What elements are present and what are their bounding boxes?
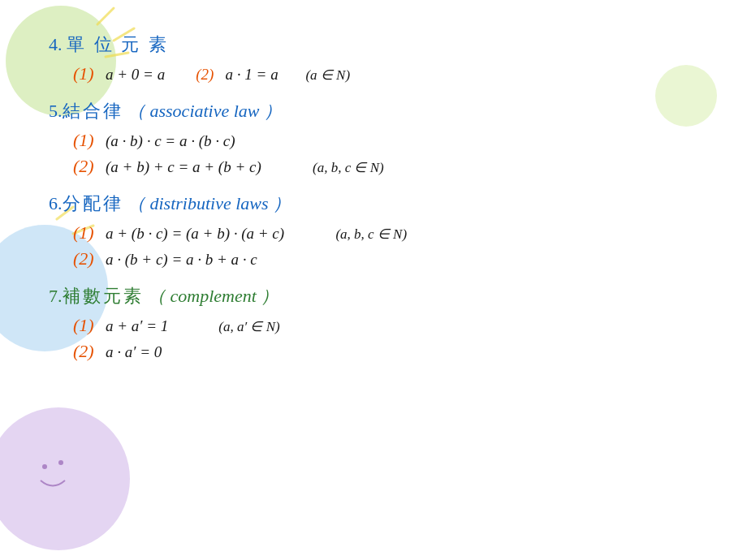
section-6-chinese: 分配律 bbox=[63, 193, 123, 213]
section-5-chinese: 結合律 bbox=[63, 101, 123, 121]
section-6-english: （ distributive laws ） bbox=[127, 193, 291, 213]
section-5: 5.結合律 （ associative law ） (1) (a · b) · … bbox=[49, 99, 698, 177]
section-6-title: 6.分配律 （ distributive laws ） bbox=[49, 192, 698, 216]
section-7-item-2-formula: a · a′ = 0 bbox=[106, 343, 162, 361]
section-5-number: 5. bbox=[49, 101, 63, 121]
section-6-item-2-num: (2) bbox=[73, 248, 106, 269]
section-4-title: 4. 單 位 元 素 bbox=[49, 32, 698, 57]
section-7: 7.補數元素 （ complement ） (1) a + a′ = 1 (a,… bbox=[49, 284, 698, 362]
section-5-item-1-num: (1) bbox=[73, 130, 106, 151]
section-6: 6.分配律 （ distributive laws ） (1) a + (b ·… bbox=[49, 192, 698, 269]
section-7-chinese: 補數元素 bbox=[63, 286, 144, 306]
section-6-item-2: (2) a · (b + c) = a · b + a · c bbox=[49, 248, 698, 269]
section-4: 4. 單 位 元 素 (1) a + 0 = a (2) a · 1 = a (… bbox=[49, 32, 698, 84]
section-6-item-1-num: (1) bbox=[73, 222, 106, 243]
section-7-english: （ complement ） bbox=[148, 286, 279, 306]
section-5-title: 5.結合律 （ associative law ） bbox=[49, 99, 698, 123]
section-4-item-1-formula: a + 0 = a (2) a · 1 = a (a ∈ N) bbox=[106, 66, 350, 84]
section-7-item-2: (2) a · a′ = 0 bbox=[49, 341, 698, 362]
section-7-item-2-num: (2) bbox=[73, 341, 106, 362]
svg-point-7 bbox=[0, 407, 130, 550]
section-6-item-1: (1) a + (b · c) = (a + b) · (a + c) (a, … bbox=[49, 222, 698, 243]
section-7-number: 7. bbox=[49, 286, 63, 306]
section-4-chinese: 單 位 元 素 bbox=[67, 34, 169, 54]
section-7-item-1-formula: a + a′ = 1 (a, a′ ∈ N) bbox=[106, 317, 280, 335]
section-4-number: 4. bbox=[49, 34, 67, 54]
section-6-number: 6. bbox=[49, 193, 63, 213]
section-4-item-1-num: (1) bbox=[73, 63, 106, 84]
section-7-item-1: (1) a + a′ = 1 (a, a′ ∈ N) bbox=[49, 315, 698, 336]
section-6-item-2-formula: a · (b + c) = a · b + a · c bbox=[106, 251, 257, 269]
svg-point-9 bbox=[58, 460, 63, 465]
section-7-title: 7.補數元素 （ complement ） bbox=[49, 284, 698, 308]
section-5-item-2-num: (2) bbox=[73, 156, 106, 177]
section-5-english: （ associative law ） bbox=[127, 101, 282, 121]
svg-point-8 bbox=[42, 464, 47, 469]
section-5-item-2: (2) (a + b) + c = a + (b + c) (a, b, c ∈… bbox=[49, 156, 698, 177]
section-5-item-1: (1) (a · b) · c = a · (b · c) bbox=[49, 130, 698, 151]
section-5-item-1-formula: (a · b) · c = a · (b · c) bbox=[106, 132, 235, 150]
main-content: 4. 單 位 元 素 (1) a + 0 = a (2) a · 1 = a (… bbox=[0, 0, 747, 409]
section-6-item-1-formula: a + (b · c) = (a + b) · (a + c) (a, b, c… bbox=[106, 225, 407, 243]
section-5-item-2-formula: (a + b) + c = a + (b + c) (a, b, c ∈ N) bbox=[106, 158, 384, 176]
section-4-item-1: (1) a + 0 = a (2) a · 1 = a (a ∈ N) bbox=[49, 63, 698, 84]
section-7-item-1-num: (1) bbox=[73, 315, 106, 336]
